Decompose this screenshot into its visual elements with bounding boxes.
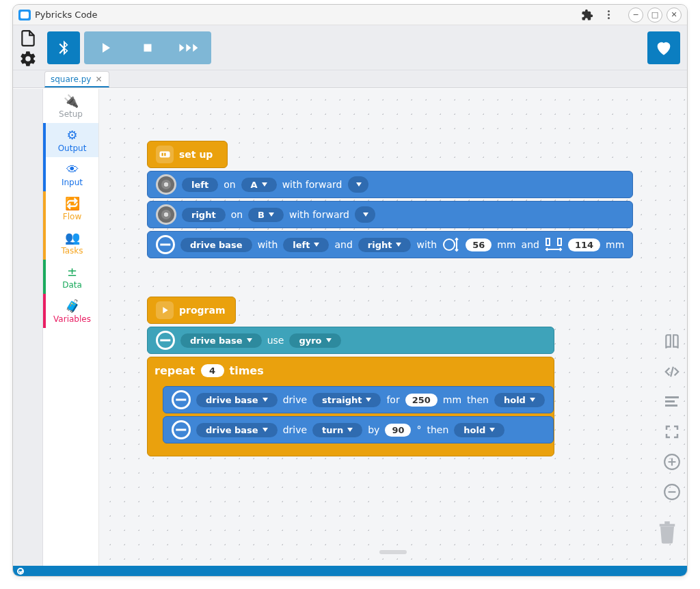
setup-stack[interactable]: set up left on A with forward right	[147, 141, 633, 261]
mode-dropdown[interactable]: turn	[312, 423, 362, 437]
distance-input[interactable]: 250	[405, 394, 438, 407]
docs-button[interactable]	[662, 332, 682, 351]
palette-label: Tasks	[61, 246, 83, 256]
svg-rect-12	[665, 400, 675, 402]
sponsor-button[interactable]	[647, 31, 680, 64]
run-button[interactable]	[84, 31, 126, 64]
palette-setup[interactable]: 🔌 Setup	[43, 89, 98, 123]
window-title: Pybricks Code	[35, 10, 580, 20]
gear-icon: ⚙	[66, 128, 77, 142]
drive-turn-block[interactable]: drive base drive turn by 90 ° then hold	[163, 416, 554, 443]
palette-variables[interactable]: 🧳 Variables	[43, 294, 98, 328]
block-canvas[interactable]: set up left on A with forward right	[99, 89, 687, 566]
target-dropdown[interactable]: drive base	[196, 393, 278, 407]
repeat-block[interactable]: repeat 4 times drive base drive straight…	[147, 357, 554, 456]
wheel-diameter-input[interactable]: 56	[466, 238, 492, 251]
tab-label: square.py	[51, 74, 91, 84]
bluetooth-button[interactable]	[47, 31, 80, 64]
right-motor-dropdown[interactable]: right	[358, 238, 412, 252]
label: with forward	[289, 209, 349, 220]
use-gyro-block[interactable]: drive base use gyro	[147, 327, 554, 354]
unit-label: °	[416, 424, 421, 435]
svg-rect-11	[665, 396, 679, 398]
svg-rect-13	[665, 405, 677, 407]
direction-dropdown[interactable]	[355, 206, 375, 223]
outline-button[interactable]	[662, 392, 682, 411]
new-file-button[interactable]	[19, 29, 37, 47]
menu-button[interactable]	[602, 9, 615, 21]
status-ok-icon	[17, 568, 24, 575]
mode-dropdown[interactable]: straight	[312, 393, 381, 407]
block-palette: 🔌 Setup ⚙ Output 👁 Input 🔁 Flow 👥 Tasks …	[43, 89, 99, 566]
close-button[interactable]: ✕	[667, 8, 682, 23]
stop-mode-dropdown[interactable]: hold	[454, 423, 504, 437]
label: and	[334, 239, 352, 250]
setup-hat-block[interactable]: set up	[147, 141, 228, 168]
repeat-body: drive base drive straight for 250 mm the…	[163, 383, 554, 446]
palette-output[interactable]: ⚙ Output	[43, 123, 98, 157]
main-area: 🔌 Setup ⚙ Output 👁 Input 🔁 Flow 👥 Tasks …	[13, 89, 687, 566]
svg-rect-9	[546, 238, 550, 245]
program-stack[interactable]: program drive base use gyro repeat 4 tim…	[147, 297, 554, 456]
hat-label: program	[179, 305, 226, 316]
direction-dropdown[interactable]	[348, 176, 368, 193]
mode-dropdown[interactable]: gyro	[289, 333, 340, 348]
unit-label: mm	[606, 239, 624, 250]
app-window: Pybricks Code − □ ✕	[12, 4, 688, 577]
drivebase-block[interactable]: drive base with left and right with 56 m…	[147, 231, 633, 258]
label: drive	[283, 424, 307, 435]
panel-drag-handle[interactable]	[379, 550, 407, 554]
hat-label: set up	[179, 149, 213, 160]
angle-input[interactable]: 90	[385, 424, 411, 437]
motor-name-pill[interactable]: right	[182, 208, 226, 222]
wheel-diameter-icon	[442, 236, 460, 253]
tab-close-button[interactable]: ✕	[95, 74, 102, 84]
zoom-in-button[interactable]	[662, 452, 682, 471]
port-dropdown[interactable]: A	[241, 178, 277, 192]
label: and	[522, 239, 539, 250]
left-motor-block[interactable]: left on A with forward	[147, 171, 633, 198]
code-view-button[interactable]	[662, 362, 682, 381]
fullscreen-button[interactable]	[662, 422, 682, 441]
run-toolbar	[84, 31, 211, 64]
label: then	[427, 424, 448, 435]
extension-icon[interactable]	[580, 8, 594, 22]
program-hat-block[interactable]: program	[147, 297, 236, 324]
axle-track-icon	[545, 236, 563, 253]
maximize-button[interactable]: □	[647, 8, 662, 23]
repeat-label: repeat	[154, 364, 196, 377]
label: then	[467, 394, 489, 405]
minimize-button[interactable]: −	[628, 8, 643, 23]
target-dropdown[interactable]: drive base	[180, 333, 262, 348]
zoom-out-button[interactable]	[662, 482, 682, 502]
target-dropdown[interactable]: drive base	[196, 423, 278, 437]
palette-data[interactable]: ± Data	[43, 260, 98, 294]
steering-icon	[172, 390, 191, 409]
unit-label: mm	[497, 239, 515, 250]
palette-input[interactable]: 👁 Input	[43, 157, 98, 191]
repeat-count-input[interactable]: 4	[201, 364, 224, 377]
steering-icon	[156, 331, 175, 350]
status-bar	[13, 566, 687, 576]
palette-flow[interactable]: 🔁 Flow	[43, 191, 98, 225]
drivebase-name[interactable]: drive base	[180, 238, 252, 252]
drive-straight-block[interactable]: drive base drive straight for 250 mm the…	[163, 386, 554, 413]
svg-point-8	[444, 239, 455, 250]
motor-icon	[156, 204, 176, 225]
eye-icon: 👁	[66, 162, 79, 176]
port-dropdown[interactable]: B	[248, 208, 284, 222]
trash-button[interactable]	[657, 519, 677, 544]
app-icon	[18, 10, 31, 20]
svg-rect-10	[558, 238, 561, 245]
fast-forward-button[interactable]	[169, 31, 211, 64]
left-motor-dropdown[interactable]: left	[283, 238, 329, 252]
right-motor-block[interactable]: right on B with forward	[147, 201, 633, 228]
times-label: times	[230, 364, 264, 377]
motor-name-pill[interactable]: left	[182, 178, 218, 192]
axle-track-input[interactable]: 114	[568, 238, 600, 251]
stop-mode-dropdown[interactable]: hold	[494, 393, 545, 407]
palette-tasks[interactable]: 👥 Tasks	[43, 225, 98, 260]
stop-button[interactable]	[126, 31, 169, 64]
settings-button[interactable]	[19, 50, 37, 68]
file-tab[interactable]: square.py ✕	[44, 71, 109, 87]
